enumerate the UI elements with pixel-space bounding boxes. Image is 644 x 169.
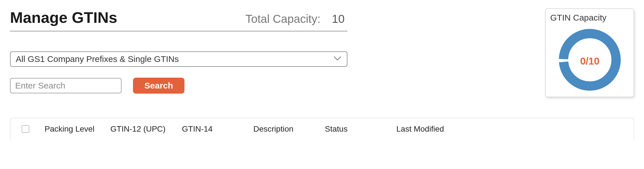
- capacity-donut-text: 0/10: [580, 56, 599, 67]
- column-gtin14: GTIN-14: [182, 124, 253, 134]
- total-capacity-value: 10: [332, 13, 348, 25]
- gtin-capacity-card: GTIN Capacity 0/10: [545, 9, 634, 97]
- capacity-card-title: GTIN Capacity: [550, 13, 629, 23]
- select-all-checkbox[interactable]: [22, 125, 29, 133]
- column-packing-level: Packing Level: [45, 124, 110, 134]
- total-capacity-label: Total Capacity:: [245, 13, 320, 25]
- column-status: Status: [325, 124, 396, 134]
- column-last-modified: Last Modified: [396, 124, 468, 134]
- table-header-row: Packing Level GTIN-12 (UPC) GTIN-14 Desc…: [10, 124, 634, 134]
- column-description: Description: [253, 124, 325, 134]
- column-gtin12: GTIN-12 (UPC): [110, 124, 182, 134]
- page-header: Manage GTINs Total Capacity: 10: [10, 9, 347, 31]
- search-button[interactable]: Search: [133, 78, 184, 94]
- prefix-select[interactable]: All GS1 Company Prefixes & Single GTINs: [10, 51, 347, 67]
- page-title: Manage GTINs: [10, 9, 245, 26]
- capacity-donut-chart: 0/10: [555, 25, 625, 95]
- prefix-select-label: All GS1 Company Prefixes & Single GTINs: [16, 54, 179, 64]
- gtin-table: Packing Level GTIN-12 (UPC) GTIN-14 Desc…: [10, 118, 634, 140]
- search-input[interactable]: [10, 78, 122, 93]
